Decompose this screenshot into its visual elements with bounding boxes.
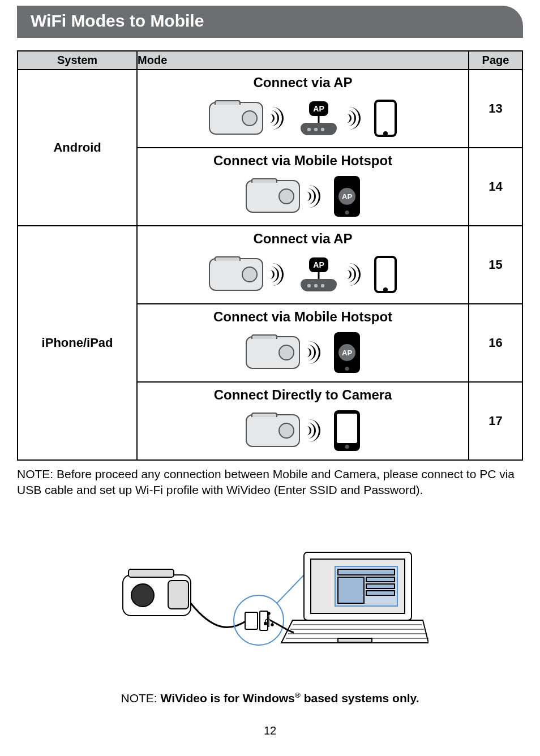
th-mode: Mode — [137, 51, 469, 70]
wifi-waves-icon — [306, 182, 328, 211]
svg-point-11 — [271, 624, 273, 626]
note2-bold-b: based systems only. — [301, 691, 419, 705]
camera-icon — [246, 180, 300, 213]
phone-ap-icon: AP — [334, 176, 360, 217]
th-page: Page — [469, 51, 522, 70]
icon-row: AP — [144, 250, 461, 299]
note-setup: NOTE: Before proceed any connection betw… — [17, 466, 523, 499]
phone-ap-icon: AP — [334, 332, 360, 373]
svg-rect-10 — [264, 622, 267, 625]
camera-icon — [246, 414, 300, 447]
wifi-waves-icon — [306, 416, 328, 445]
mode-title: Connect Directly to Camera — [144, 387, 461, 403]
mode-title: Connect via AP — [144, 231, 461, 247]
note2-prefix: NOTE: — [121, 691, 160, 705]
svg-rect-15 — [338, 569, 395, 575]
icon-row: AP — [144, 94, 461, 143]
note2-bold-a: WiVideo is for Windows — [161, 691, 295, 705]
system-iphone-ipad: iPhone/iPad — [18, 226, 137, 460]
section-header: WiFi Modes to Mobile — [17, 6, 523, 38]
system-android: Android — [18, 70, 137, 226]
svg-point-4 — [234, 595, 284, 645]
svg-rect-24 — [338, 638, 372, 642]
svg-rect-7 — [260, 611, 268, 630]
mode-cell: Connect via Mobile Hotspot AP — [137, 148, 469, 226]
svg-rect-3 — [168, 581, 188, 609]
wifi-waves-icon — [269, 260, 292, 289]
svg-point-9 — [268, 612, 270, 615]
page-ref: 13 — [469, 70, 522, 148]
mode-cell: Connect via AP AP — [137, 226, 469, 304]
modes-table: System Mode Page Android Connect via AP … — [17, 50, 523, 461]
page-ref: 17 — [469, 382, 522, 460]
camera-icon — [209, 102, 263, 135]
router-ap-label: AP — [309, 101, 328, 116]
mode-cell: Connect via AP AP — [137, 70, 469, 148]
camera-icon — [209, 258, 263, 291]
svg-rect-6 — [245, 612, 258, 629]
svg-rect-2 — [128, 569, 174, 577]
router-ap-label: AP — [309, 257, 328, 272]
page-ref: 16 — [469, 304, 522, 382]
svg-rect-18 — [366, 584, 395, 589]
th-system: System — [18, 51, 137, 70]
wifi-waves-icon — [269, 104, 292, 132]
icon-row — [144, 406, 461, 455]
icon-row: AP — [144, 172, 461, 221]
mode-cell: Connect via Mobile Hotspot AP — [137, 304, 469, 382]
wifi-waves-icon — [346, 104, 368, 132]
phone-ap-label: AP — [338, 344, 355, 361]
wifi-waves-icon — [346, 260, 368, 289]
mode-title: Connect via AP — [144, 75, 461, 91]
registered-symbol: ® — [295, 691, 301, 699]
router-ap-icon: AP — [297, 101, 340, 135]
page-ref: 14 — [469, 148, 522, 226]
mode-title: Connect via Mobile Hotspot — [144, 309, 461, 325]
camera-icon — [246, 336, 300, 369]
usb-setup-illustration — [112, 535, 428, 665]
note-windows-only: NOTE: WiVideo is for Windows® based syst… — [17, 691, 523, 705]
phone-icon — [374, 100, 397, 137]
wifi-waves-icon — [306, 338, 328, 367]
svg-rect-19 — [366, 591, 395, 595]
mode-title: Connect via Mobile Hotspot — [144, 153, 461, 169]
svg-line-5 — [277, 575, 304, 603]
page-ref: 15 — [469, 226, 522, 304]
page-number: 12 — [17, 724, 523, 737]
svg-rect-17 — [366, 577, 395, 582]
section-title: WiFi Modes to Mobile — [31, 11, 204, 30]
router-ap-icon: AP — [297, 257, 340, 291]
icon-row: AP — [144, 328, 461, 377]
phone-icon — [374, 256, 397, 293]
phone-icon — [334, 410, 360, 451]
phone-ap-label: AP — [338, 188, 355, 205]
svg-rect-16 — [338, 577, 364, 603]
svg-point-1 — [131, 584, 154, 607]
mode-cell: Connect Directly to Camera — [137, 382, 469, 460]
usb-setup-diagram — [17, 521, 523, 680]
